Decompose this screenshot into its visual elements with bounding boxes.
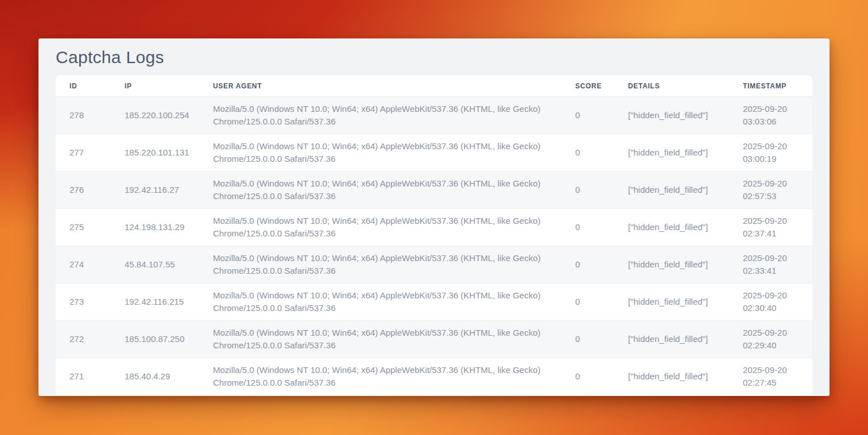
table-row: 272185.100.87.250Mozilla/5.0 (Windows NT… [56,321,812,358]
logs-table-element: IDIPUSER AGENTSCOREDETAILSTIMESTAMP 2781… [56,75,812,395]
cell-id: 274 [56,246,111,283]
cell-details: ["hidden_field_filled"] [614,97,729,134]
cell-score: 0 [561,321,614,358]
cell-score: 0 [561,358,614,395]
cell-score: 0 [561,134,614,172]
column-header-ip: IP [111,75,199,97]
cell-ip: 185.220.100.254 [111,97,199,134]
cell-id: 278 [56,97,111,134]
cell-timestamp: 2025-09-20 02:37:41 [729,209,812,246]
cell-timestamp: 2025-09-20 03:03:06 [729,97,812,134]
cell-ip: 124.198.131.29 [111,209,199,246]
column-header-score: SCORE [561,75,614,97]
cell-user_agent: Mozilla/5.0 (Windows NT 10.0; Win64; x64… [199,97,561,134]
cell-user_agent: Mozilla/5.0 (Windows NT 10.0; Win64; x64… [199,246,561,283]
cell-id: 277 [56,134,111,172]
cell-user_agent: Mozilla/5.0 (Windows NT 10.0; Win64; x64… [199,209,561,246]
logs-table-body: 278185.220.100.254Mozilla/5.0 (Windows N… [56,97,812,395]
cell-score: 0 [561,209,614,246]
page-title: Captcha Logs [56,48,812,67]
cell-timestamp: 2025-09-20 02:33:41 [729,246,812,283]
cell-id: 272 [56,321,111,358]
logs-table: IDIPUSER AGENTSCOREDETAILSTIMESTAMP 2781… [56,75,812,395]
table-row: 276192.42.116.27Mozilla/5.0 (Windows NT … [56,172,812,209]
cell-timestamp: 2025-09-20 03:00:19 [729,134,812,172]
cell-timestamp: 2025-09-20 02:57:53 [729,172,812,209]
cell-id: 275 [56,209,111,246]
header-row: IDIPUSER AGENTSCOREDETAILSTIMESTAMP [56,75,812,97]
cell-user_agent: Mozilla/5.0 (Windows NT 10.0; Win64; x64… [199,321,561,358]
cell-user_agent: Mozilla/5.0 (Windows NT 10.0; Win64; x64… [199,134,561,172]
cell-id: 276 [56,172,111,209]
cell-timestamp: 2025-09-20 02:29:40 [729,321,812,358]
cell-details: ["hidden_field_filled"] [614,172,729,209]
cell-score: 0 [561,283,614,321]
cell-ip: 185.40.4.29 [111,358,199,395]
cell-score: 0 [561,246,614,283]
cell-ip: 185.220.101.131 [111,134,199,172]
column-header-details: DETAILS [614,75,729,97]
cell-details: ["hidden_field_filled"] [614,209,729,246]
cell-score: 0 [561,172,614,209]
cell-details: ["hidden_field_filled"] [614,134,729,172]
cell-score: 0 [561,97,614,134]
cell-ip: 45.84.107.55 [111,246,199,283]
cell-ip: 185.100.87.250 [111,321,199,358]
cell-ip: 192.42.116.215 [111,283,199,321]
table-row: 278185.220.100.254Mozilla/5.0 (Windows N… [56,97,812,134]
cell-details: ["hidden_field_filled"] [614,283,729,321]
cell-details: ["hidden_field_filled"] [614,246,729,283]
table-row: 277185.220.101.131Mozilla/5.0 (Windows N… [56,134,812,172]
cell-timestamp: 2025-09-20 02:30:40 [729,283,812,321]
desktop-background: Captcha Logs IDIPUSER AGENTSCOREDETAILST… [0,0,868,435]
table-row: 273192.42.116.215Mozilla/5.0 (Windows NT… [56,283,812,321]
table-row: 275124.198.131.29Mozilla/5.0 (Windows NT… [56,209,812,246]
cell-ip: 192.42.116.27 [111,172,199,209]
cell-details: ["hidden_field_filled"] [614,321,729,358]
column-header-id: ID [56,75,111,97]
cell-timestamp: 2025-09-20 02:27:45 [729,358,812,395]
captcha-logs-panel: Captcha Logs IDIPUSER AGENTSCOREDETAILST… [38,38,830,396]
cell-details: ["hidden_field_filled"] [614,358,729,395]
column-header-timestamp: TIMESTAMP [729,75,812,97]
cell-user_agent: Mozilla/5.0 (Windows NT 10.0; Win64; x64… [199,172,561,209]
cell-user_agent: Mozilla/5.0 (Windows NT 10.0; Win64; x64… [199,358,561,395]
cell-id: 273 [56,283,111,321]
table-row: 271185.40.4.29Mozilla/5.0 (Windows NT 10… [56,358,812,395]
column-header-user_agent: USER AGENT [199,75,561,97]
cell-user_agent: Mozilla/5.0 (Windows NT 10.0; Win64; x64… [199,283,561,321]
cell-id: 271 [56,358,111,395]
table-row: 27445.84.107.55Mozilla/5.0 (Windows NT 1… [56,246,812,283]
